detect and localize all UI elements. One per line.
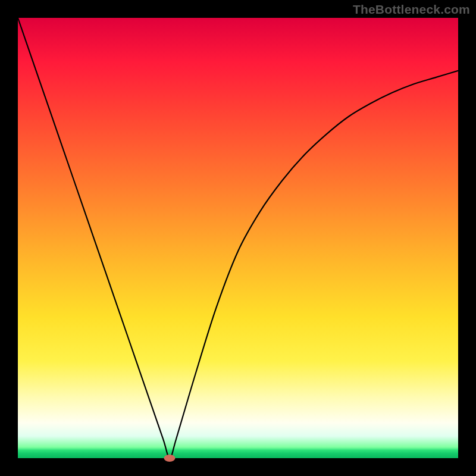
minimum-marker xyxy=(164,455,176,462)
chart-frame: TheBottleneck.com xyxy=(0,0,476,476)
attribution-text: TheBottleneck.com xyxy=(353,2,470,17)
curve-path xyxy=(18,18,458,458)
bottleneck-curve xyxy=(18,18,458,458)
plot-area xyxy=(18,18,458,458)
